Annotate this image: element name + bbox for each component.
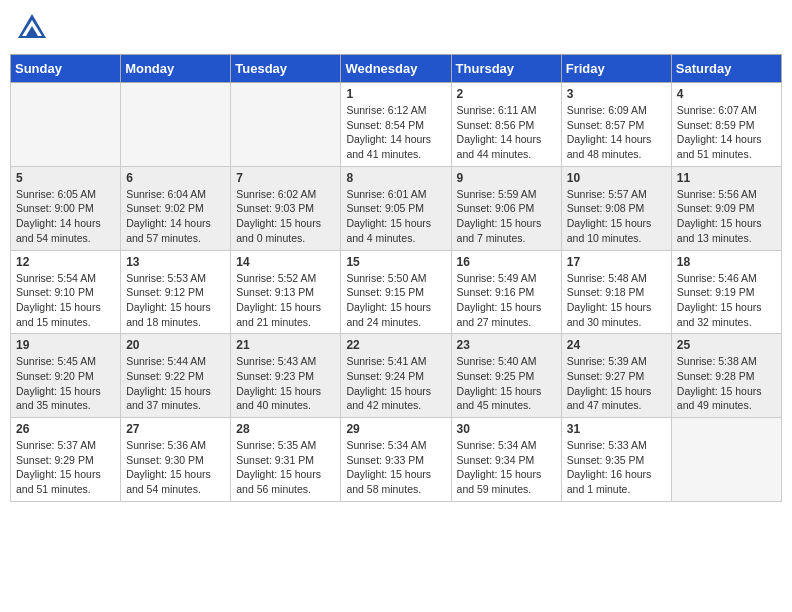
- day-number: 31: [567, 422, 666, 436]
- calendar-cell: 18Sunrise: 5:46 AM Sunset: 9:19 PM Dayli…: [671, 250, 781, 334]
- calendar-week-row: 5Sunrise: 6:05 AM Sunset: 9:00 PM Daylig…: [11, 166, 782, 250]
- day-number: 3: [567, 87, 666, 101]
- day-number: 14: [236, 255, 335, 269]
- day-number: 17: [567, 255, 666, 269]
- logo: [14, 10, 54, 46]
- day-number: 27: [126, 422, 225, 436]
- day-info: Sunrise: 5:39 AM Sunset: 9:27 PM Dayligh…: [567, 354, 666, 413]
- day-info: Sunrise: 5:49 AM Sunset: 9:16 PM Dayligh…: [457, 271, 556, 330]
- day-number: 29: [346, 422, 445, 436]
- day-number: 4: [677, 87, 776, 101]
- calendar-cell: 12Sunrise: 5:54 AM Sunset: 9:10 PM Dayli…: [11, 250, 121, 334]
- calendar-cell: 17Sunrise: 5:48 AM Sunset: 9:18 PM Dayli…: [561, 250, 671, 334]
- day-number: 28: [236, 422, 335, 436]
- calendar-cell: 8Sunrise: 6:01 AM Sunset: 9:05 PM Daylig…: [341, 166, 451, 250]
- day-info: Sunrise: 5:48 AM Sunset: 9:18 PM Dayligh…: [567, 271, 666, 330]
- column-header-tuesday: Tuesday: [231, 55, 341, 83]
- calendar-cell: 23Sunrise: 5:40 AM Sunset: 9:25 PM Dayli…: [451, 334, 561, 418]
- column-header-monday: Monday: [121, 55, 231, 83]
- column-header-friday: Friday: [561, 55, 671, 83]
- day-number: 8: [346, 171, 445, 185]
- day-info: Sunrise: 6:07 AM Sunset: 8:59 PM Dayligh…: [677, 103, 776, 162]
- day-info: Sunrise: 5:38 AM Sunset: 9:28 PM Dayligh…: [677, 354, 776, 413]
- calendar-cell: 13Sunrise: 5:53 AM Sunset: 9:12 PM Dayli…: [121, 250, 231, 334]
- day-number: 23: [457, 338, 556, 352]
- day-info: Sunrise: 6:12 AM Sunset: 8:54 PM Dayligh…: [346, 103, 445, 162]
- day-number: 20: [126, 338, 225, 352]
- day-info: Sunrise: 5:37 AM Sunset: 9:29 PM Dayligh…: [16, 438, 115, 497]
- day-number: 25: [677, 338, 776, 352]
- day-number: 5: [16, 171, 115, 185]
- day-number: 12: [16, 255, 115, 269]
- day-number: 24: [567, 338, 666, 352]
- day-info: Sunrise: 6:05 AM Sunset: 9:00 PM Dayligh…: [16, 187, 115, 246]
- day-info: Sunrise: 6:09 AM Sunset: 8:57 PM Dayligh…: [567, 103, 666, 162]
- day-number: 15: [346, 255, 445, 269]
- calendar-cell: 28Sunrise: 5:35 AM Sunset: 9:31 PM Dayli…: [231, 418, 341, 502]
- calendar-cell: 1Sunrise: 6:12 AM Sunset: 8:54 PM Daylig…: [341, 83, 451, 167]
- calendar-cell: 31Sunrise: 5:33 AM Sunset: 9:35 PM Dayli…: [561, 418, 671, 502]
- page-header: [10, 10, 782, 46]
- calendar-cell: 15Sunrise: 5:50 AM Sunset: 9:15 PM Dayli…: [341, 250, 451, 334]
- day-number: 16: [457, 255, 556, 269]
- calendar-cell: 11Sunrise: 5:56 AM Sunset: 9:09 PM Dayli…: [671, 166, 781, 250]
- day-info: Sunrise: 5:40 AM Sunset: 9:25 PM Dayligh…: [457, 354, 556, 413]
- calendar-cell: 22Sunrise: 5:41 AM Sunset: 9:24 PM Dayli…: [341, 334, 451, 418]
- calendar-cell: 27Sunrise: 5:36 AM Sunset: 9:30 PM Dayli…: [121, 418, 231, 502]
- day-number: 2: [457, 87, 556, 101]
- calendar-cell: 6Sunrise: 6:04 AM Sunset: 9:02 PM Daylig…: [121, 166, 231, 250]
- calendar-week-row: 12Sunrise: 5:54 AM Sunset: 9:10 PM Dayli…: [11, 250, 782, 334]
- calendar-cell: 4Sunrise: 6:07 AM Sunset: 8:59 PM Daylig…: [671, 83, 781, 167]
- day-info: Sunrise: 6:04 AM Sunset: 9:02 PM Dayligh…: [126, 187, 225, 246]
- column-header-sunday: Sunday: [11, 55, 121, 83]
- calendar-week-row: 1Sunrise: 6:12 AM Sunset: 8:54 PM Daylig…: [11, 83, 782, 167]
- day-number: 22: [346, 338, 445, 352]
- day-info: Sunrise: 5:50 AM Sunset: 9:15 PM Dayligh…: [346, 271, 445, 330]
- calendar-cell: 19Sunrise: 5:45 AM Sunset: 9:20 PM Dayli…: [11, 334, 121, 418]
- day-info: Sunrise: 5:52 AM Sunset: 9:13 PM Dayligh…: [236, 271, 335, 330]
- day-number: 26: [16, 422, 115, 436]
- calendar-cell: [11, 83, 121, 167]
- day-number: 11: [677, 171, 776, 185]
- calendar-cell: [121, 83, 231, 167]
- calendar-cell: 7Sunrise: 6:02 AM Sunset: 9:03 PM Daylig…: [231, 166, 341, 250]
- day-info: Sunrise: 5:34 AM Sunset: 9:34 PM Dayligh…: [457, 438, 556, 497]
- day-number: 7: [236, 171, 335, 185]
- calendar-cell: 29Sunrise: 5:34 AM Sunset: 9:33 PM Dayli…: [341, 418, 451, 502]
- day-number: 1: [346, 87, 445, 101]
- calendar-cell: 9Sunrise: 5:59 AM Sunset: 9:06 PM Daylig…: [451, 166, 561, 250]
- day-number: 9: [457, 171, 556, 185]
- day-info: Sunrise: 5:44 AM Sunset: 9:22 PM Dayligh…: [126, 354, 225, 413]
- calendar-cell: [671, 418, 781, 502]
- calendar-cell: 2Sunrise: 6:11 AM Sunset: 8:56 PM Daylig…: [451, 83, 561, 167]
- calendar-week-row: 19Sunrise: 5:45 AM Sunset: 9:20 PM Dayli…: [11, 334, 782, 418]
- calendar-table: SundayMondayTuesdayWednesdayThursdayFrid…: [10, 54, 782, 502]
- day-info: Sunrise: 5:43 AM Sunset: 9:23 PM Dayligh…: [236, 354, 335, 413]
- day-info: Sunrise: 5:36 AM Sunset: 9:30 PM Dayligh…: [126, 438, 225, 497]
- day-info: Sunrise: 5:34 AM Sunset: 9:33 PM Dayligh…: [346, 438, 445, 497]
- column-header-wednesday: Wednesday: [341, 55, 451, 83]
- day-info: Sunrise: 5:54 AM Sunset: 9:10 PM Dayligh…: [16, 271, 115, 330]
- day-info: Sunrise: 5:35 AM Sunset: 9:31 PM Dayligh…: [236, 438, 335, 497]
- calendar-cell: 30Sunrise: 5:34 AM Sunset: 9:34 PM Dayli…: [451, 418, 561, 502]
- calendar-cell: 16Sunrise: 5:49 AM Sunset: 9:16 PM Dayli…: [451, 250, 561, 334]
- calendar-cell: 24Sunrise: 5:39 AM Sunset: 9:27 PM Dayli…: [561, 334, 671, 418]
- calendar-cell: 25Sunrise: 5:38 AM Sunset: 9:28 PM Dayli…: [671, 334, 781, 418]
- logo-icon: [14, 10, 50, 46]
- day-info: Sunrise: 5:41 AM Sunset: 9:24 PM Dayligh…: [346, 354, 445, 413]
- calendar-cell: [231, 83, 341, 167]
- day-number: 13: [126, 255, 225, 269]
- day-info: Sunrise: 6:02 AM Sunset: 9:03 PM Dayligh…: [236, 187, 335, 246]
- calendar-week-row: 26Sunrise: 5:37 AM Sunset: 9:29 PM Dayli…: [11, 418, 782, 502]
- day-info: Sunrise: 6:01 AM Sunset: 9:05 PM Dayligh…: [346, 187, 445, 246]
- day-info: Sunrise: 5:46 AM Sunset: 9:19 PM Dayligh…: [677, 271, 776, 330]
- calendar-cell: 20Sunrise: 5:44 AM Sunset: 9:22 PM Dayli…: [121, 334, 231, 418]
- calendar-cell: 21Sunrise: 5:43 AM Sunset: 9:23 PM Dayli…: [231, 334, 341, 418]
- day-number: 6: [126, 171, 225, 185]
- day-info: Sunrise: 5:56 AM Sunset: 9:09 PM Dayligh…: [677, 187, 776, 246]
- day-info: Sunrise: 5:59 AM Sunset: 9:06 PM Dayligh…: [457, 187, 556, 246]
- day-info: Sunrise: 5:45 AM Sunset: 9:20 PM Dayligh…: [16, 354, 115, 413]
- calendar-cell: 26Sunrise: 5:37 AM Sunset: 9:29 PM Dayli…: [11, 418, 121, 502]
- column-header-saturday: Saturday: [671, 55, 781, 83]
- day-info: Sunrise: 5:53 AM Sunset: 9:12 PM Dayligh…: [126, 271, 225, 330]
